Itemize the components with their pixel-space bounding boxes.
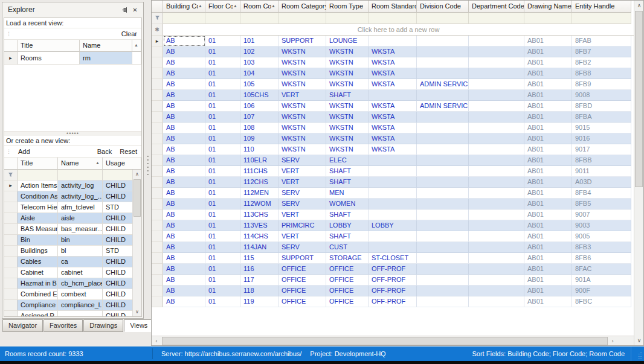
cell-room-type[interactable]: WKSTN (326, 79, 369, 90)
cell-usage[interactable]: CHILD (103, 180, 134, 191)
resize-grip[interactable]: .::: (631, 346, 644, 361)
cell-room-standard[interactable]: ST-CLOSET (369, 253, 417, 264)
cell-drawing-name[interactable]: AB01 (524, 133, 572, 144)
cell-room-type[interactable]: WKSTN (326, 144, 369, 155)
views-filter-row[interactable] (4, 170, 141, 180)
tab-drawings[interactable]: Drawings (83, 319, 123, 332)
cell-floor-code[interactable]: 01 (205, 144, 240, 155)
list-item[interactable]: BinbinCHILD (4, 235, 141, 246)
list-item[interactable]: Assigned R......CHILD (4, 311, 141, 316)
table-row[interactable]: AB01117OFFICEOFFICEOFF-PROFAB01901A (152, 275, 634, 286)
cell-division-code[interactable] (417, 90, 469, 101)
table-row[interactable]: AB01103WKSTNWKSTNWKSTAAB018FB2 (152, 57, 634, 68)
cell-usage[interactable]: CHILD (103, 235, 134, 246)
cell-building-code[interactable]: AB (163, 144, 205, 155)
cell-building-code[interactable]: AB (163, 296, 205, 307)
toolbar-grip-icon[interactable]: ⋮ (6, 149, 11, 155)
cell-room-type[interactable]: WKSTN (326, 46, 369, 57)
column-header-drawing-name[interactable]: Drawing Name (524, 1, 572, 13)
cell-department-code[interactable] (469, 242, 524, 253)
table-row[interactable]: AB01105WKSTNWKSTNWKSTAADMIN SERVICESAB01… (152, 79, 634, 90)
cell-division-code[interactable]: ADMIN SERVICES (417, 79, 469, 90)
cell-division-code[interactable]: ADMIN SERVICES (417, 101, 469, 112)
cell-floor-code[interactable]: 01 (205, 231, 240, 242)
filter-cell-floor-code[interactable] (205, 13, 240, 24)
column-header-division-code[interactable]: Division Code (417, 1, 469, 13)
cell-room-standard[interactable] (369, 231, 417, 242)
list-item[interactable]: Hazmat in B...cb_hcm_placesCHILD (4, 278, 141, 289)
cell-room-standard[interactable] (369, 209, 417, 220)
table-row[interactable]: AB01118OFFICEOFFICEOFF-PROFAB01900F (152, 286, 634, 296)
cell-room-category[interactable]: SERV (279, 199, 326, 209)
table-row[interactable]: AB01115SUPPORTSTORAGEST-CLOSETAB018FB6 (152, 253, 634, 264)
cell-drawing-name[interactable]: AB01 (524, 46, 572, 57)
cell-division-code[interactable] (417, 112, 469, 123)
cell-floor-code[interactable]: 01 (205, 57, 240, 68)
cell-room-code[interactable]: 110ELR (240, 155, 279, 166)
cell-division-code[interactable] (417, 123, 469, 133)
cell-drawing-name[interactable]: AB01 (524, 264, 572, 275)
cell-division-code[interactable] (417, 242, 469, 253)
filter-cell-room-category[interactable] (279, 13, 326, 24)
cell-building-code[interactable]: AB (163, 177, 205, 188)
cell-drawing-name[interactable]: AB01 (524, 177, 572, 188)
cell-title[interactable]: Compliance ... (18, 300, 58, 311)
grid-vertical-scrollbar[interactable]: ∧ ∨ (634, 1, 643, 345)
cell-entity-handle[interactable]: 9016 (572, 133, 631, 144)
cell-name[interactable]: bl (58, 246, 103, 257)
cell-drawing-name[interactable]: AB01 (524, 286, 572, 296)
horizontal-splitter[interactable]: ••••• (4, 131, 141, 136)
cell-division-code[interactable] (417, 264, 469, 275)
cell-usage[interactable]: CHILD (103, 278, 134, 289)
cell-floor-code[interactable]: 01 (205, 220, 240, 231)
cell-entity-handle[interactable]: 8FB7 (572, 46, 631, 57)
add-row-text[interactable]: Click here to add a new row (163, 24, 634, 35)
list-item[interactable]: Compliance ...compliance_l...CHILD (4, 300, 141, 311)
cell-room-category[interactable]: OFFICE (279, 296, 326, 307)
cell-drawing-name[interactable]: AB01 (524, 57, 572, 68)
cell-room-standard[interactable]: WKSTA (369, 46, 417, 57)
cell-department-code[interactable] (469, 177, 524, 188)
cell-usage[interactable]: CHILD (103, 191, 134, 202)
cell-room-type[interactable]: WKSTN (326, 101, 369, 112)
cell-room-code[interactable]: 103 (240, 57, 279, 68)
cell-entity-handle[interactable]: 9017 (572, 144, 631, 155)
table-row[interactable]: AB01109WKSTNWKSTNWKSTAAB019016 (152, 133, 634, 144)
cell-division-code[interactable] (417, 253, 469, 264)
cell-department-code[interactable] (469, 133, 524, 144)
cell-room-code[interactable]: 110 (240, 144, 279, 155)
cell-room-category[interactable]: WKSTN (279, 68, 326, 79)
views-header-title[interactable]: Title (18, 158, 58, 170)
cell-room-code[interactable]: 118 (240, 286, 279, 296)
filter-cell[interactable] (58, 170, 103, 180)
list-item[interactable]: BuildingsblSTD (4, 246, 141, 257)
scroll-up-icon[interactable]: ∧ (634, 1, 644, 10)
cell-room-type[interactable]: SHAFT (326, 231, 369, 242)
cell-floor-code[interactable]: 01 (205, 112, 240, 123)
cell-room-standard[interactable]: WKSTA (369, 133, 417, 144)
cell-room-standard[interactable]: WKSTA (369, 123, 417, 133)
cell-entity-handle[interactable]: 8FB3 (572, 242, 631, 253)
cell-room-standard[interactable]: WKSTA (369, 112, 417, 123)
cell-room-type[interactable]: WOMEN (326, 199, 369, 209)
table-row[interactable]: AB01114CHSVERTSHAFTAB019005 (152, 231, 634, 242)
cell-building-code[interactable]: AB (163, 166, 205, 177)
cell-building-code[interactable]: AB (163, 286, 205, 296)
cell-entity-handle[interactable]: 8FBD (572, 101, 631, 112)
cell-room-code[interactable]: 101 (240, 36, 279, 46)
cell-division-code[interactable] (417, 133, 469, 144)
cell-drawing-name[interactable]: AB01 (524, 90, 572, 101)
cell-entity-handle[interactable]: 8FAC (572, 264, 631, 275)
filter-cell[interactable] (18, 170, 58, 180)
table-row[interactable]: AB01102WKSTNWKSTNWKSTAAB018FB7 (152, 46, 634, 57)
cell-room-type[interactable]: OFFICE (326, 275, 369, 286)
cell-room-type[interactable]: ELEC (326, 155, 369, 166)
cell-entity-handle[interactable]: 8FAB (572, 36, 631, 46)
table-row[interactable]: AB01119OFFICEOFFICEOFF-PROFAB018FBC (152, 296, 634, 307)
cell-building-code[interactable]: AB (163, 46, 205, 57)
cell-room-type[interactable]: LOUNGE (326, 36, 369, 46)
table-row[interactable]: AB01116OFFICEOFFICEOFF-PROFAB018FAC (152, 264, 634, 275)
cell-floor-code[interactable]: 01 (205, 209, 240, 220)
list-item[interactable]: Telecom Hie...afm_tclevelSTD (4, 202, 141, 213)
cell-title[interactable]: Telecom Hie... (18, 202, 58, 213)
